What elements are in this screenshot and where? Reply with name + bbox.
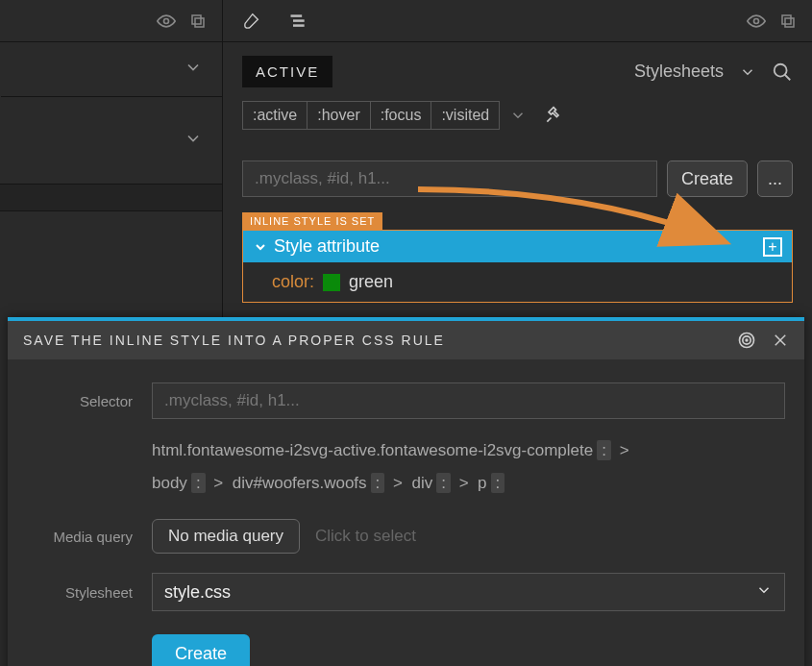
- target-icon[interactable]: [737, 331, 756, 350]
- svg-rect-4: [293, 19, 305, 22]
- svg-line-10: [785, 74, 791, 80]
- chevron-down-icon[interactable]: [509, 107, 527, 124]
- left-panel-toolbar: [0, 0, 222, 42]
- pseudo-focus-button[interactable]: :focus: [371, 101, 432, 130]
- css-property-name[interactable]: color: [272, 272, 309, 291]
- eye-icon[interactable]: [157, 12, 176, 31]
- svg-point-9: [775, 63, 787, 76]
- path-expand-icon[interactable]: :: [436, 473, 451, 493]
- left-section-2[interactable]: [0, 97, 222, 184]
- svg-rect-8: [782, 15, 791, 24]
- inline-style-badge: INLINE STYLE IS SET: [242, 212, 382, 230]
- left-section-1[interactable]: [0, 42, 222, 96]
- stylesheets-dropdown-label[interactable]: Stylesheets: [634, 62, 724, 82]
- dialog-header: SAVE THE INLINE STYLE INTO A PROPER CSS …: [8, 321, 804, 359]
- selector-row: Selector: [8, 359, 804, 429]
- dialog-selector-input[interactable]: [152, 382, 785, 419]
- stylesheet-select[interactable]: style.css: [152, 573, 785, 611]
- selector-label: Selector: [27, 393, 152, 409]
- pseudo-active-button[interactable]: :active: [242, 101, 308, 130]
- svg-line-11: [548, 118, 552, 122]
- close-icon[interactable]: [772, 332, 789, 349]
- svg-rect-7: [785, 18, 794, 27]
- dialog-title: SAVE THE INLINE STYLE INTO A PROPER CSS …: [23, 333, 445, 348]
- style-attribute-block: Style attribute + color: green: [242, 230, 793, 303]
- path-segment[interactable]: div#woofers.woofs: [233, 474, 367, 492]
- selector-input[interactable]: [242, 160, 657, 197]
- path-expand-icon[interactable]: :: [597, 440, 611, 460]
- tab-active[interactable]: ACTIVE: [242, 56, 332, 87]
- chevron-down-icon: [184, 129, 203, 153]
- path-segment[interactable]: p: [478, 474, 486, 492]
- pseudo-visited-button[interactable]: :visited: [431, 101, 500, 130]
- svg-point-15: [746, 339, 748, 341]
- save-inline-style-dialog: SAVE THE INLINE STYLE INTO A PROPER CSS …: [8, 317, 804, 666]
- stylesheet-label: Stylesheet: [27, 584, 152, 601]
- svg-rect-1: [195, 18, 204, 27]
- add-property-button[interactable]: +: [763, 237, 782, 257]
- media-query-row: Media query No media query Click to sele…: [8, 509, 804, 563]
- search-icon[interactable]: [772, 62, 793, 83]
- path-expand-icon[interactable]: :: [371, 473, 385, 493]
- more-button[interactable]: ...: [757, 160, 793, 197]
- create-button[interactable]: Create: [667, 160, 748, 197]
- style-attribute-body: color: green: [243, 262, 792, 302]
- svg-point-0: [164, 18, 169, 23]
- media-label: Media query: [27, 529, 152, 545]
- chevron-down-icon: [755, 581, 773, 604]
- svg-point-6: [754, 18, 759, 23]
- dialog-create-button[interactable]: Create: [152, 634, 250, 666]
- path-expand-icon[interactable]: :: [491, 473, 505, 493]
- selector-path: html.fontawesome-i2svg-active.fontawesom…: [8, 429, 804, 509]
- chevron-down-icon[interactable]: [739, 63, 756, 81]
- color-swatch[interactable]: [323, 274, 340, 291]
- svg-rect-3: [291, 14, 303, 17]
- path-segment[interactable]: body: [152, 474, 187, 492]
- svg-rect-5: [293, 24, 305, 27]
- stylesheet-value: style.css: [164, 582, 231, 603]
- brush-icon[interactable]: [240, 11, 261, 32]
- path-expand-icon[interactable]: :: [191, 473, 206, 493]
- chevron-down-icon: [184, 58, 203, 82]
- css-property-value[interactable]: green: [349, 272, 393, 291]
- style-attribute-header[interactable]: Style attribute +: [243, 231, 792, 262]
- stylesheet-row: Stylesheet style.css: [8, 563, 804, 621]
- tabs-row: ACTIVE Stylesheets: [223, 42, 812, 101]
- structure-icon[interactable]: [288, 12, 308, 31]
- path-segment[interactable]: div: [411, 474, 432, 492]
- media-hint: Click to select: [315, 527, 416, 546]
- pin-icon[interactable]: [544, 106, 563, 125]
- pseudo-button-group: :active :hover :focus :visited: [242, 101, 500, 130]
- selector-create-row: Create ...: [223, 130, 812, 207]
- media-query-button[interactable]: No media query: [152, 519, 300, 554]
- styles-panel-toolbar: [223, 0, 812, 42]
- duplicate-icon[interactable]: [779, 12, 797, 30]
- path-segment[interactable]: html.fontawesome-i2svg-active.fontawesom…: [152, 441, 593, 459]
- svg-rect-2: [192, 15, 201, 24]
- pseudo-hover-button[interactable]: :hover: [308, 101, 370, 130]
- left-row: [0, 185, 222, 211]
- duplicate-icon[interactable]: [189, 12, 207, 30]
- eye-icon[interactable]: [747, 12, 766, 31]
- pseudo-class-row: :active :hover :focus :visited: [223, 101, 812, 130]
- style-attribute-title: Style attribute: [274, 236, 380, 257]
